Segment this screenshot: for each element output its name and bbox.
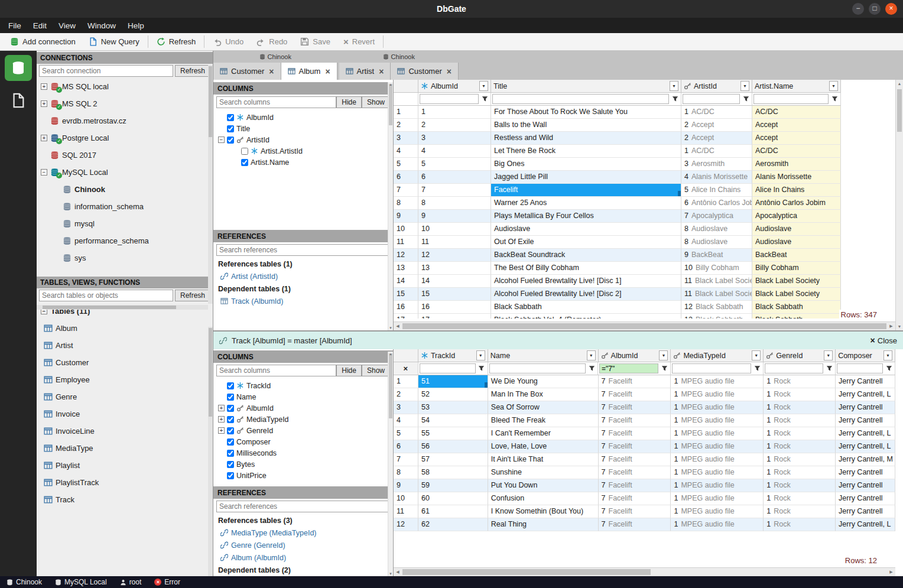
tab[interactable]: Customer × bbox=[213, 63, 281, 80]
connection-item[interactable]: + MS SQL 2 bbox=[37, 95, 213, 112]
tab[interactable]: Customer × bbox=[391, 63, 459, 80]
cell-composer[interactable]: Jerry Cantrell bbox=[836, 492, 895, 505]
cell-genreid[interactable]: 1Rock bbox=[764, 388, 836, 401]
cell-name[interactable]: I Can't Remember bbox=[488, 427, 599, 440]
row-number[interactable]: 4 bbox=[394, 145, 418, 158]
cell-albumid[interactable]: 7Facelift bbox=[599, 505, 671, 518]
row-number[interactable]: 10 bbox=[394, 223, 418, 236]
table-row[interactable]: 12 12 BackBeat Soundtrack 9BackBeat Back… bbox=[394, 249, 895, 262]
connection-item[interactable]: performance_schema bbox=[37, 232, 213, 249]
cell-composer[interactable]: Jerry Cantrell bbox=[836, 375, 895, 388]
cell-artistname[interactable]: Billy Cobham bbox=[752, 262, 841, 275]
cell-mediatypeid[interactable]: 1MPEG audio file bbox=[671, 440, 764, 453]
connection-item[interactable]: Chinook bbox=[37, 181, 213, 198]
cell-trackid[interactable]: 55 bbox=[418, 427, 488, 440]
filter-input-composer[interactable] bbox=[837, 363, 883, 373]
expander-icon[interactable]: − bbox=[218, 137, 225, 143]
cell-artistname[interactable]: Audioslave bbox=[752, 223, 841, 236]
table-row[interactable]: 9 9 Plays Metallica By Four Cellos 7Apoc… bbox=[394, 210, 895, 223]
filter-input-name[interactable] bbox=[489, 363, 586, 373]
column-tree-item[interactable]: Milliseconds bbox=[213, 447, 393, 459]
column-tree-item[interactable]: Artist.Name bbox=[213, 157, 393, 168]
tables-scrollbar[interactable] bbox=[208, 327, 213, 576]
column-checkbox[interactable] bbox=[227, 137, 234, 144]
column-tree-item[interactable]: Bytes bbox=[213, 459, 393, 470]
cell-artistname[interactable]: Black Sabbath bbox=[752, 314, 841, 319]
expander-icon[interactable]: + bbox=[41, 135, 47, 141]
filter-icon[interactable] bbox=[587, 365, 596, 372]
cell-name[interactable]: Bleed The Freak bbox=[488, 414, 599, 427]
column-checkbox[interactable] bbox=[227, 461, 234, 468]
files-view-icon[interactable] bbox=[11, 93, 26, 110]
table-row[interactable]: 11 11 Out Of Exile 8Audioslave Audioslav… bbox=[394, 236, 895, 249]
tab-close-icon[interactable]: × bbox=[325, 67, 330, 76]
cell-artistid[interactable]: 3Aerosmith bbox=[681, 158, 752, 171]
expander-icon[interactable] bbox=[53, 238, 60, 244]
column-tree-item[interactable]: + AlbumId bbox=[213, 402, 393, 414]
filter-icon[interactable] bbox=[824, 365, 834, 372]
filter-icon[interactable] bbox=[830, 96, 839, 102]
cell-albumid[interactable]: 17 bbox=[418, 314, 491, 319]
search-columns-input[interactable] bbox=[216, 96, 336, 108]
row-number[interactable]: 7 bbox=[394, 453, 418, 466]
row-number[interactable]: 2 bbox=[394, 119, 418, 132]
expander-icon[interactable] bbox=[53, 220, 60, 227]
row-number[interactable]: 2 bbox=[394, 388, 418, 401]
show-columns-button[interactable]: Show bbox=[362, 96, 390, 108]
column-checkbox[interactable] bbox=[227, 450, 234, 457]
cell-artistid[interactable]: 6Antônio Carlos Jobim bbox=[681, 197, 752, 210]
filter-input-artistname[interactable] bbox=[753, 94, 829, 104]
column-header-artistid[interactable]: ArtistId ▼ bbox=[681, 80, 752, 93]
maximize-button[interactable]: □ bbox=[869, 3, 881, 15]
column-tree-item[interactable]: UnitPrice bbox=[213, 470, 393, 481]
cell-name[interactable]: It Ain't Like That bbox=[488, 453, 599, 466]
cell-artistname[interactable]: Alanis Morissette bbox=[752, 171, 841, 184]
column-checkbox[interactable] bbox=[227, 427, 234, 434]
cell-trackid[interactable]: 57 bbox=[418, 453, 488, 466]
column-checkbox[interactable] bbox=[227, 114, 234, 121]
cell-artistname[interactable]: Black Sabbath bbox=[752, 301, 841, 314]
cell-composer[interactable]: Jerry Cantrell, L bbox=[836, 440, 895, 453]
hide-columns-button[interactable]: Hide bbox=[336, 365, 362, 376]
column-checkbox[interactable] bbox=[227, 472, 234, 479]
row-number[interactable]: 11 bbox=[394, 236, 418, 249]
cell-artistid[interactable]: 2Accept bbox=[681, 119, 752, 132]
expander-icon[interactable] bbox=[53, 203, 60, 210]
status-connection[interactable]: MySQL Local bbox=[48, 576, 113, 588]
cell-artistid[interactable]: 8Audioslave bbox=[681, 223, 752, 236]
cell-title[interactable]: Alcohol Fueled Brewtality Live! [Disc 1] bbox=[491, 275, 681, 288]
cell-title[interactable]: Black Sabbath bbox=[491, 301, 681, 314]
cell-genreid[interactable]: 1Rock bbox=[764, 414, 836, 427]
connections-refresh-button[interactable]: Refresh bbox=[175, 65, 210, 77]
row-number[interactable]: 17 bbox=[394, 314, 418, 319]
table-row[interactable]: 8 58 Sunshine 7Facelift 1MPEG audio file… bbox=[394, 466, 895, 479]
expander-icon[interactable] bbox=[53, 255, 60, 261]
expander-icon[interactable] bbox=[218, 472, 225, 479]
cell-albumid[interactable]: 13 bbox=[418, 262, 491, 275]
row-number[interactable]: 5 bbox=[394, 158, 418, 171]
table-row[interactable]: 8 8 Warner 25 Anos 6Antônio Carlos Jobim… bbox=[394, 197, 895, 210]
cell-albumid[interactable]: 5 bbox=[418, 158, 491, 171]
table-row[interactable]: 15 15 Alcohol Fueled Brewtality Live! [D… bbox=[394, 288, 895, 301]
cell-artistname[interactable]: Apocalyptica bbox=[752, 210, 841, 223]
filter-icon[interactable] bbox=[660, 365, 669, 372]
cell-albumid[interactable]: 3 bbox=[418, 132, 491, 145]
cell-title[interactable]: Warner 25 Anos bbox=[491, 197, 681, 210]
tab-close-icon[interactable]: × bbox=[379, 67, 384, 76]
status-user[interactable]: root bbox=[113, 576, 148, 588]
cell-title[interactable]: The Best Of Billy Cobham bbox=[491, 262, 681, 275]
cell-mediatypeid[interactable]: 1MPEG audio file bbox=[671, 505, 764, 518]
column-header-artistname[interactable]: Artist.Name ▼ bbox=[752, 80, 841, 93]
column-header-mediatypeid[interactable]: MediaTypeId ▼ bbox=[671, 349, 764, 362]
cell-artistid[interactable]: 1AC/DC bbox=[681, 106, 752, 119]
row-number[interactable]: 3 bbox=[394, 132, 418, 145]
cell-composer[interactable]: Jerry Cantrell bbox=[836, 414, 895, 427]
column-header-title[interactable]: Title ▼ bbox=[491, 80, 681, 93]
row-number[interactable]: 5 bbox=[394, 427, 418, 440]
expander-icon[interactable] bbox=[218, 394, 225, 400]
cell-title[interactable]: Alcohol Fueled Brewtality Live! [Disc 2] bbox=[491, 288, 681, 301]
table-row[interactable]: 2 52 Man In The Box 7Facelift 1MPEG audi… bbox=[394, 388, 895, 401]
connection-item[interactable]: information_schema bbox=[37, 198, 213, 215]
cell-name[interactable]: Love, Hate, Love bbox=[488, 440, 599, 453]
connections-scrollbar[interactable] bbox=[208, 65, 213, 304]
